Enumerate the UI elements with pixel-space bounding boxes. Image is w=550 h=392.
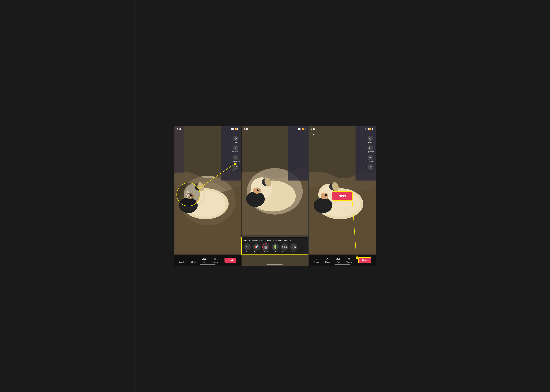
mic-effect-label: Mic [246,251,248,253]
voiceeffects-label-1: Voice effects [232,161,240,162]
sounds-icon-1: ♪ [181,257,183,261]
bottom-toolbar-1: ♪ Sounds ⏱ Effects Aa Text ☺ Stickers Ne… [174,254,241,266]
battery-icon-2: ▋ [305,128,306,130]
screen-3: 2:09 ▐▐▐ 🛜 ▋ ‹ ⬡ Filters ⊞ Adjust clips … [309,126,376,266]
svg-point-27 [253,188,261,194]
effect-mic[interactable]: 🎙 Mic [243,243,251,253]
sidebar-filters-3[interactable]: ⬡ Filters [367,136,373,143]
effect-elec[interactable]: ⚡≋ Elect... [290,243,298,253]
voice-effects-panel: Voice effects will be applied to your re… [241,237,308,254]
sounds-icon-3: ♪ [315,257,317,261]
effects-row: 🎙 Mic 📢 Megaph... 🤖 Robot 🔋 Low Batt... … [243,243,306,253]
battery-icon-3: ▋ [372,128,373,130]
toolbar-stickers-1[interactable]: ☺ Stickers [212,257,218,263]
sidebar-adjust-1[interactable]: ⊞ Adjust clips [232,145,239,153]
status-bar-3: 2:09 ▐▐▐ 🛜 ▋ [309,126,376,131]
wifi-icon-2: 🛜 [302,128,304,130]
filters-label-3: Filters [368,141,372,143]
next-button-1[interactable]: Next [224,258,236,263]
svg-rect-31 [288,126,308,181]
effects-icon-1: ⏱ [192,257,195,261]
svg-point-9 [186,193,194,199]
lowbatt-effect-label: Low Batt... [272,251,279,253]
status-bar-1: 2:09 ▐▐▐ 🛜 ▋ [174,126,241,131]
effect-vibrato[interactable]: ≋≋≋ Vibrato [280,243,288,253]
svg-point-29 [258,189,259,190]
svg-point-10 [190,194,193,196]
toolbar-text-3[interactable]: Aa Text [336,257,340,263]
filters-icon-3: ⬡ [367,136,373,141]
status-icons-2: ▐▐▐ 🛜 ▋ [298,128,306,130]
svg-point-28 [257,189,259,191]
adjust-icon-1: ⊞ [233,145,238,151]
vibrato-effect-icon: ≋≋≋ [281,243,288,251]
toolbar-stickers-3[interactable]: ☺ Stickers [346,257,352,263]
sidebar-filters-1[interactable]: ⬡ Filters [233,136,238,143]
adjust-icon-3: ⊞ [367,145,373,151]
megaphone-effect-icon: 📢 [253,243,260,251]
status-bar-2: 2:09 ▐▐▐ 🛜 ▋ [241,126,308,131]
home-indicator-3 [335,264,350,265]
toolbar-sounds-1[interactable]: ♪ Sounds [179,257,184,263]
next-button-3[interactable]: Next [358,257,371,263]
voiceeffects-label-3: Voice effects [366,161,374,162]
signal-icon-2: ▐▐▐ [298,128,301,130]
screen-1: 2:09 ▐▐▐ 🛜 ▋ ‹ ⬡ Filters ⊞ Adjust clips … [174,126,241,266]
text-icon-1: Aa [202,257,206,261]
text-label-3: Text [337,261,339,263]
svg-point-37 [314,197,332,213]
voice-panel-description: Voice effects will be applied to your re… [243,239,306,242]
svg-point-11 [191,195,192,195]
adjust-label-3: Adjust clips [367,151,374,153]
stickers-icon-1: ☺ [214,257,217,261]
sidebar-voiceover-3[interactable]: 🎤 Voiceover [367,164,373,172]
adjust-label-1: Adjust clips [232,151,239,153]
dog-photo-bg [174,126,241,266]
signal-icon-3: ▐▐▐ [365,128,369,130]
effects-label-1: Effects [191,261,195,263]
home-indicator-1 [200,264,215,265]
next-button-large-3[interactable]: Next [332,191,353,201]
stickers-icon-3: ☺ [348,257,351,261]
signal-icon: ▐▐▐ [230,128,234,130]
megaphone-effect-label: Megaph... [253,251,260,253]
robot-effect-label: Robot [264,251,268,253]
svg-point-41 [326,195,326,195]
toolbar-sounds-3[interactable]: ♪ Sounds [314,257,319,263]
bottom-toolbar-3: ♪ Sounds ⏱ Effects Aa Text ☺ Stickers Ne… [309,254,376,266]
stickers-label-1: Stickers [212,261,218,263]
effect-lowbatt[interactable]: 🔋 Low Batt... [271,243,279,253]
status-icons-1: ▐▐▐ 🛜 ▋ [230,128,239,130]
lowbatt-effect-icon: 🔋 [271,243,279,251]
text-label-1: Text [203,261,206,263]
svg-point-40 [324,194,327,196]
voiceover-icon-1: 🎤 [233,164,238,170]
sidebar-adjust-3[interactable]: ⊞ Adjust clips [367,145,374,153]
back-button-3[interactable]: ‹ [311,132,316,138]
screens-container: 2:09 ▐▐▐ 🛜 ▋ ‹ ⬡ Filters ⊞ Adjust clips … [174,126,376,266]
robot-effect-icon: 🤖 [262,243,269,251]
text-icon-3: Aa [336,257,340,261]
voiceeffects-icon-1: ☺ [233,155,238,160]
time-1: 2:09 [177,128,181,130]
effect-robot[interactable]: 🤖 Robot [262,243,270,253]
svg-point-39 [321,193,328,199]
toolbar-effects-1[interactable]: ⏱ Effects [191,257,195,263]
sidebar-voiceeffects-3[interactable]: ☺ Voice effects [366,155,374,162]
toolbar-text-1[interactable]: Aa Text [202,257,206,263]
sidebar-voiceeffects-1[interactable]: ☺ Voice effects [232,155,240,162]
right-sidebar-3: ⬡ Filters ⊞ Adjust clips ☺ Voice effects… [366,136,374,172]
effects-label-3: Effects [325,261,330,263]
voiceover-icon-3: 🎤 [367,164,373,170]
back-button-1[interactable]: ‹ [176,132,182,138]
sidebar-voiceover-1[interactable]: 🎤 Voiceover [233,164,239,172]
right-sidebar-1: ⬡ Filters ⊞ Adjust clips ☺ Voice effects… [232,136,240,172]
time-2: 2:09 [244,128,248,130]
effect-megaphone[interactable]: 📢 Megaph... [252,243,261,253]
svg-point-25 [246,191,265,207]
voiceover-label-3: Voiceover [367,170,373,172]
vibrato-effect-label: Vibrato [282,251,287,253]
sounds-label-3: Sounds [314,261,319,263]
mic-effect-icon: 🎙 [244,243,251,251]
toolbar-effects-3[interactable]: ⏱ Effects [325,257,330,263]
